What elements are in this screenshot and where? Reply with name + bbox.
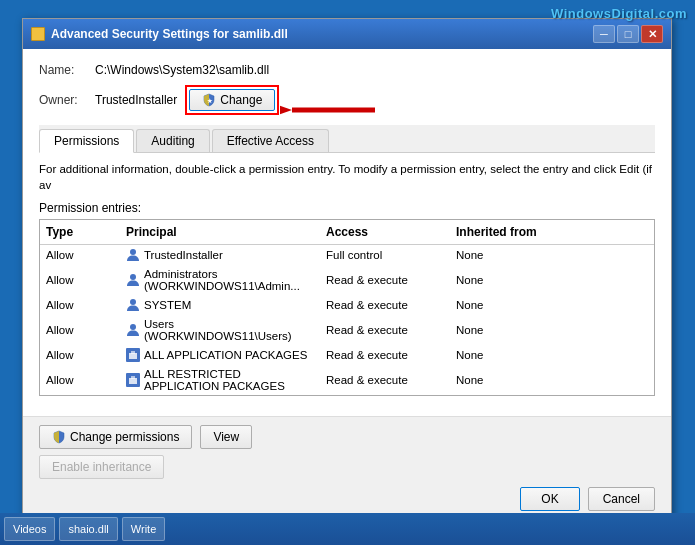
cancel-button[interactable]: Cancel [588, 487, 655, 511]
taskbar-item-label: Videos [13, 523, 46, 535]
svg-rect-8 [131, 376, 135, 379]
owner-label: Owner: [39, 93, 95, 107]
row-inherited: None [450, 322, 570, 338]
row-principal: ALL RESTRICTED APPLICATION PACKAGES [120, 366, 320, 394]
row-principal: Administrators (WORKWINDOWS11\Admin... [120, 266, 320, 294]
dialog-footer: Change permissions View Enable inheritan… [23, 416, 671, 521]
footer-bottom-row: OK Cancel [39, 487, 655, 511]
minimize-button[interactable]: ─ [593, 25, 615, 43]
change-highlight-box: ★ Change [185, 85, 279, 115]
info-text: For additional information, double-click… [39, 161, 655, 193]
title-bar: Advanced Security Settings for samlib.dl… [23, 19, 671, 49]
view-label: View [213, 430, 239, 444]
name-label: Name: [39, 63, 95, 77]
maximize-button[interactable]: □ [617, 25, 639, 43]
row-access: Read & execute [320, 372, 450, 388]
row-inherited: None [450, 297, 570, 313]
row-type: Allow [40, 347, 120, 363]
taskbar-item-label: Write [131, 523, 156, 535]
row-principal: Users (WORKWINDOWS11\Users) [120, 316, 320, 344]
row-access: Read & execute [320, 322, 450, 338]
enable-inheritance-label: Enable inheritance [52, 460, 151, 474]
table-row[interactable]: Allow TrustedInstaller Full control None [40, 245, 654, 265]
shield-icon [52, 430, 66, 444]
row-inherited: None [450, 372, 570, 388]
taskbar-item-dll[interactable]: shaio.dll [59, 517, 117, 541]
taskbar: Videos shaio.dll Write [0, 513, 695, 545]
row-type: Allow [40, 247, 120, 263]
svg-point-1 [130, 249, 136, 255]
title-controls: ─ □ ✕ [593, 25, 663, 43]
package-icon [126, 348, 140, 362]
row-access: Read & execute [320, 297, 450, 313]
row-inherited: None [450, 347, 570, 363]
row-inherited: None [450, 247, 570, 263]
dialog-title: Advanced Security Settings for samlib.dl… [51, 27, 288, 41]
col-principal: Principal [120, 223, 320, 241]
user-icon [126, 298, 140, 312]
taskbar-item-label: shaio.dll [68, 523, 108, 535]
permission-table: Type Principal Access Inherited from All… [39, 219, 655, 396]
table-row[interactable]: Allow Users (WORKWINDOWS11\Users) Read &… [40, 315, 654, 345]
svg-rect-6 [131, 351, 135, 354]
change-permissions-label: Change permissions [70, 430, 179, 444]
row-type: Allow [40, 297, 120, 313]
tab-permissions[interactable]: Permissions [39, 129, 134, 153]
close-button[interactable]: ✕ [641, 25, 663, 43]
row-access: Read & execute [320, 272, 450, 288]
ok-label: OK [541, 492, 558, 506]
user-icon [126, 248, 140, 262]
svg-point-3 [130, 299, 136, 305]
tab-auditing[interactable]: Auditing [136, 129, 209, 152]
change-btn-wrapper: ★ Change [185, 85, 279, 115]
row-inherited: None [450, 272, 570, 288]
table-row[interactable]: Allow Administrators (WORKWINDOWS11\Admi… [40, 265, 654, 295]
watermark-windows: Windows [551, 6, 611, 21]
view-button[interactable]: View [200, 425, 252, 449]
svg-point-4 [130, 324, 136, 330]
row-type: Allow [40, 272, 120, 288]
name-value: C:\Windows\System32\samlib.dll [95, 63, 269, 77]
change-btn-label: Change [220, 93, 262, 107]
table-row[interactable]: Allow ALL RESTRICTED APPLICATION PACKAGE… [40, 365, 654, 395]
watermark: WindowsDigital.com [551, 6, 687, 21]
col-type: Type [40, 223, 120, 241]
change-owner-button[interactable]: ★ Change [189, 89, 275, 111]
row-access: Read & execute [320, 347, 450, 363]
title-folder-icon [31, 27, 45, 41]
name-row: Name: C:\Windows\System32\samlib.dll [39, 63, 655, 77]
row-principal: TrustedInstaller [120, 246, 320, 264]
watermark-digital: Digital.com [611, 6, 687, 21]
taskbar-item-videos[interactable]: Videos [4, 517, 55, 541]
footer-top-row: Change permissions View [39, 425, 655, 449]
row-principal: SYSTEM [120, 296, 320, 314]
row-type: Allow [40, 322, 120, 338]
col-access: Access [320, 223, 450, 241]
perm-entries-label: Permission entries: [39, 201, 655, 215]
table-row[interactable]: Allow SYSTEM Read & execute None [40, 295, 654, 315]
owner-value: TrustedInstaller [95, 93, 177, 107]
table-row[interactable]: Allow ALL APPLICATION PACKAGES Read & ex… [40, 345, 654, 365]
row-principal: ALL APPLICATION PACKAGES [120, 346, 320, 364]
arrow-svg [280, 88, 380, 132]
row-access: Full control [320, 247, 450, 263]
taskbar-item-write[interactable]: Write [122, 517, 165, 541]
row-type: Allow [40, 372, 120, 388]
ok-button[interactable]: OK [520, 487, 579, 511]
user-icon [126, 273, 140, 287]
red-arrow-annotation [280, 88, 380, 135]
shield-icon: ★ [202, 93, 216, 107]
col-inherited: Inherited from [450, 223, 570, 241]
user-icon [126, 323, 140, 337]
cancel-label: Cancel [603, 492, 640, 506]
change-permissions-button[interactable]: Change permissions [39, 425, 192, 449]
table-header: Type Principal Access Inherited from [40, 220, 654, 245]
enable-inheritance-row: Enable inheritance [39, 455, 655, 479]
svg-point-2 [130, 274, 136, 280]
enable-inheritance-button[interactable]: Enable inheritance [39, 455, 164, 479]
package-icon [126, 373, 140, 387]
